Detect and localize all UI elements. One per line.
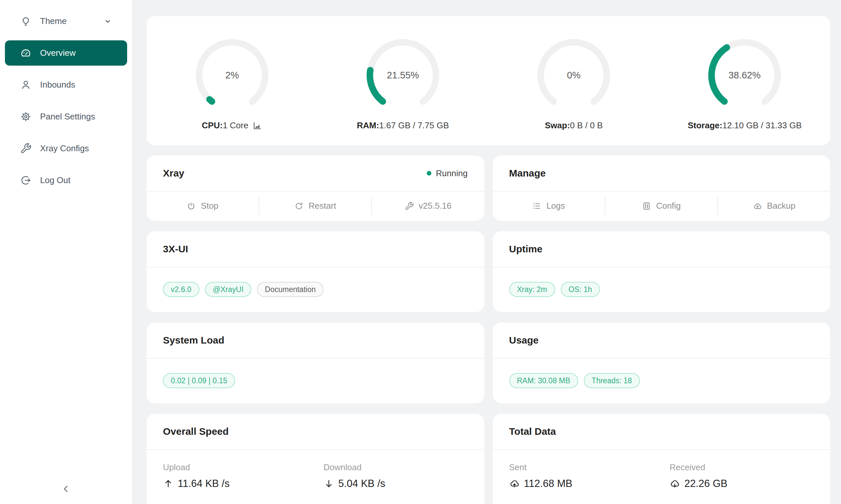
cpu-gauge: 2% CPU: 1 Core	[147, 31, 317, 131]
card-title: System Load	[163, 335, 224, 346]
power-icon	[187, 201, 196, 211]
storage-gauge: 38.62% Storage: 12.10 GB / 31.33 GB	[659, 31, 830, 131]
backup-button[interactable]: Backup	[718, 192, 830, 220]
sidebar-item-theme[interactable]: Theme	[5, 8, 127, 34]
uptime-tags: Xray: 2m OS: 1h	[493, 267, 830, 311]
sidebar-nav: Theme Overview	[0, 0, 132, 193]
arrow-up-icon	[163, 479, 173, 489]
total-data-card-header: Total Data	[493, 414, 830, 450]
sidebar-item-label: Xray Configs	[40, 143, 89, 154]
os-uptime-tag: OS: 1h	[561, 282, 600, 297]
manage-actions: Logs Config	[493, 192, 830, 220]
usage-tags: RAM: 30.08 MB Threads: 18	[493, 359, 830, 402]
logout-icon	[20, 175, 32, 186]
ram-gauge: 21.55% RAM: 1.67 GB / 7.75 GB	[317, 31, 488, 131]
total-data-card: Total Data Sent 112.68 MB	[493, 414, 830, 504]
gear-icon	[20, 111, 32, 122]
gauge-ring: 0%	[534, 35, 614, 115]
manage-card-header: Manage	[493, 156, 830, 192]
restart-icon	[294, 201, 304, 211]
sent-stat: Sent 112.68 MB	[509, 462, 670, 489]
uptime-card: Uptime Xray: 2m OS: 1h	[493, 231, 830, 312]
lightbulb-icon	[20, 15, 32, 27]
area-chart-icon[interactable]	[252, 121, 262, 131]
cloud-download-icon	[753, 201, 762, 211]
version-tag[interactable]: v2.6.0	[163, 282, 200, 297]
chevron-left-icon	[61, 484, 71, 494]
card-title: Usage	[509, 335, 539, 346]
xray-actions: Stop Restart	[147, 192, 484, 220]
overall-speed-card: Overall Speed Upload 11.64 KB /s	[147, 414, 484, 504]
stop-button[interactable]: Stop	[147, 192, 259, 220]
sliders-icon	[642, 201, 651, 211]
gauge-label: CPU: 1 Core	[202, 121, 262, 131]
sidebar-item-panel-settings[interactable]: Panel Settings	[5, 104, 127, 129]
xrayui-tag[interactable]: @XrayUI	[205, 282, 252, 297]
card-title: Xray	[163, 168, 184, 179]
system-gauges-card: 2% CPU: 1 Core 21.55% RAM: 1.67 GB / 7.	[147, 16, 830, 145]
system-load-tags: 0.02 | 0.09 | 0.15	[147, 359, 484, 402]
sidebar-item-xray-configs[interactable]: Xray Configs	[5, 136, 127, 161]
system-load-card: System Load 0.02 | 0.09 | 0.15	[147, 323, 484, 403]
received-stat: Received 22.26 GB	[670, 462, 830, 489]
card-title: Total Data	[509, 426, 556, 437]
gauge-percent: 2%	[225, 70, 239, 80]
sidebar: Theme Overview	[0, 0, 132, 504]
gauge-label: Swap: 0 B / 0 B	[545, 121, 602, 131]
chevron-down-icon[interactable]	[103, 17, 112, 25]
download-stat: Download 5.04 KB /s	[324, 462, 484, 489]
xray-version-button[interactable]: v25.5.16	[372, 192, 484, 220]
manage-card: Manage Logs	[493, 156, 830, 221]
xui-card: 3X-UI v2.6.0 @XrayUI Documentation	[147, 231, 484, 312]
card-title: 3X-UI	[163, 244, 188, 255]
usage-card: Usage RAM: 30.08 MB Threads: 18	[493, 323, 830, 403]
wrench-icon	[20, 143, 32, 154]
status-dot	[427, 171, 431, 176]
xray-card-header: Xray Running	[147, 156, 484, 192]
config-button[interactable]: Config	[605, 192, 718, 220]
xui-tags: v2.6.0 @XrayUI Documentation	[147, 267, 484, 311]
gauge-label: RAM: 1.67 GB / 7.75 GB	[357, 121, 449, 131]
sidebar-item-log-out[interactable]: Log Out	[5, 168, 127, 193]
swap-gauge: 0% Swap: 0 B / 0 B	[488, 31, 659, 131]
gauge-ring: 38.62%	[705, 35, 785, 115]
logs-button[interactable]: Logs	[493, 192, 605, 220]
status-label: Running	[436, 168, 468, 179]
sidebar-item-label: Overview	[40, 48, 75, 58]
usage-card-header: Usage	[493, 323, 830, 359]
xui-card-header: 3X-UI	[147, 231, 484, 267]
sidebar-item-label: Panel Settings	[40, 111, 95, 122]
xray-uptime-tag: Xray: 2m	[509, 282, 555, 297]
sidebar-item-overview[interactable]: Overview	[5, 40, 127, 66]
overall-speed-card-header: Overall Speed	[147, 414, 484, 450]
main-content: 2% CPU: 1 Core 21.55% RAM: 1.67 GB / 7.	[132, 0, 841, 504]
arrow-down-icon	[324, 479, 334, 489]
restart-button[interactable]: Restart	[259, 192, 371, 220]
overall-speed-stats: Upload 11.64 KB /s Download	[147, 450, 484, 489]
uptime-card-header: Uptime	[493, 231, 830, 267]
card-title: Overall Speed	[163, 426, 229, 437]
sidebar-collapse-button[interactable]	[56, 479, 76, 499]
list-icon	[532, 201, 542, 211]
system-load-card-header: System Load	[147, 323, 484, 359]
card-title: Uptime	[509, 244, 543, 255]
cloud-download-icon	[670, 479, 680, 489]
cloud-upload-icon	[509, 479, 520, 489]
gauge-percent: 0%	[567, 70, 581, 80]
card-title: Manage	[509, 168, 546, 179]
load-average-tag: 0.02 | 0.09 | 0.15	[163, 373, 235, 388]
dashboard-icon	[20, 47, 32, 59]
ram-usage-tag: RAM: 30.08 MB	[509, 373, 578, 388]
user-icon	[20, 79, 32, 91]
sidebar-item-label: Log Out	[40, 175, 71, 185]
upload-stat: Upload 11.64 KB /s	[163, 462, 324, 489]
sidebar-item-inbounds[interactable]: Inbounds	[5, 72, 127, 97]
sidebar-item-label: Inbounds	[40, 80, 75, 90]
wrench-icon	[405, 201, 414, 211]
documentation-tag[interactable]: Documentation	[257, 282, 324, 297]
xray-status: Running	[427, 168, 468, 179]
threads-tag: Threads: 18	[584, 373, 640, 388]
gauge-percent: 21.55%	[387, 70, 419, 80]
total-data-stats: Sent 112.68 MB Received	[493, 450, 830, 489]
xray-card: Xray Running Stop	[147, 156, 484, 221]
